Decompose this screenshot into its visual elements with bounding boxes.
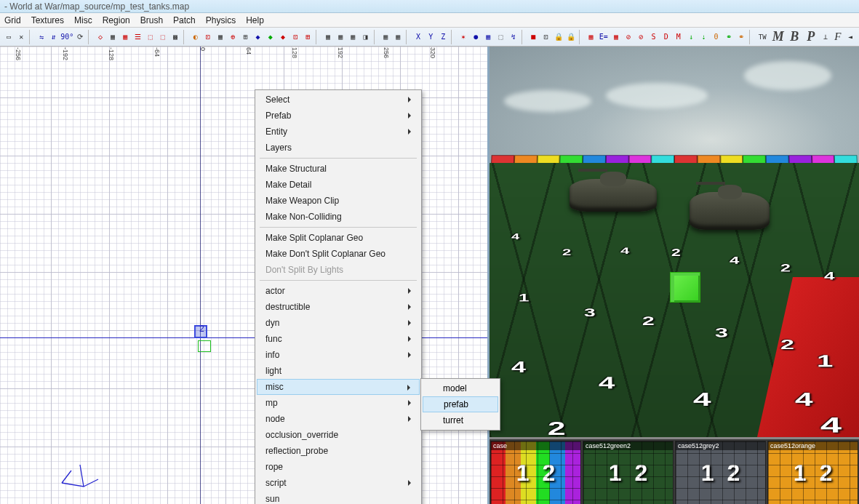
tool-icon[interactable]: ▦: [392, 31, 404, 44]
selection-3d-gizmo[interactable]: [670, 272, 700, 303]
texture-swatch[interactable]: case512grey212: [675, 441, 766, 504]
tool-icon[interactable]: ▦: [347, 31, 359, 44]
letter-d-icon[interactable]: D: [660, 31, 672, 44]
letter-m-icon[interactable]: M: [673, 31, 684, 44]
texture-swatch[interactable]: case12: [490, 441, 581, 504]
menu-item-light[interactable]: light: [257, 363, 420, 379]
menu-item-select[interactable]: Select: [257, 92, 420, 108]
tool-icon[interactable]: ▭: [3, 31, 15, 44]
texture-swatch[interactable]: case512orange12: [767, 441, 858, 504]
menu-help[interactable]: Help: [246, 15, 264, 25]
tool-icon[interactable]: ☰: [132, 31, 143, 44]
axis-x-icon[interactable]: X: [412, 31, 424, 44]
tool-icon[interactable]: ⊡: [202, 31, 214, 44]
menu-item-entity[interactable]: Entity: [257, 124, 420, 140]
tool-icon[interactable]: ⊕: [227, 31, 239, 44]
tool-icon[interactable]: ▦: [482, 31, 494, 44]
menu-region[interactable]: Region: [103, 15, 130, 25]
tool-icon[interactable]: ▦: [610, 31, 622, 44]
tool-icon[interactable]: E=: [598, 31, 610, 44]
f-button[interactable]: F: [832, 31, 844, 44]
tool-icon[interactable]: ▦: [322, 31, 334, 44]
menu-item-make-structural[interactable]: Make Structural: [257, 161, 420, 177]
tool-icon[interactable]: 🔒: [553, 31, 564, 44]
letter-s-icon[interactable]: S: [647, 31, 659, 44]
cycle-layer-icon[interactable]: ⟳: [74, 31, 86, 44]
b-button[interactable]: B: [787, 31, 803, 44]
menu-item-rope[interactable]: rope: [257, 459, 420, 475]
arrow-down-icon[interactable]: ⇣: [698, 31, 709, 44]
tool-icon[interactable]: ⊥: [820, 31, 831, 44]
tool-icon[interactable]: ◐: [190, 31, 201, 44]
menu-brush[interactable]: Brush: [140, 15, 163, 25]
menu-item-layers[interactable]: Layers: [257, 140, 420, 156]
zero-icon[interactable]: 0: [710, 31, 722, 44]
context-menu[interactable]: SelectPrefabEntityLayersMake StructuralM…: [255, 89, 422, 504]
tw-button[interactable]: TW: [755, 31, 770, 44]
submenu-item-prefab[interactable]: prefab: [423, 396, 498, 412]
menu-item-make-split-coplanar-geo[interactable]: Make Split Coplanar Geo: [257, 230, 420, 246]
menu-patch[interactable]: Patch: [173, 15, 196, 25]
tool-icon[interactable]: ◆: [252, 31, 264, 44]
menu-item-func[interactable]: func: [257, 331, 420, 347]
tool-icon[interactable]: ▩: [169, 31, 181, 44]
people-icon[interactable]: ⚭: [735, 31, 747, 44]
menu-grid[interactable]: Grid: [4, 15, 21, 25]
tool-icon[interactable]: ⊘: [623, 31, 634, 44]
texture-swatch[interactable]: case512green212: [583, 441, 674, 504]
tool-icon[interactable]: ▦: [380, 31, 391, 44]
tool-icon[interactable]: ⬚: [495, 31, 506, 44]
flip-y-icon[interactable]: ⇵: [48, 31, 60, 44]
flip-x-icon[interactable]: ⇋: [36, 31, 47, 44]
m-button[interactable]: M: [770, 31, 786, 44]
menu-item-make-non-colliding[interactable]: Make Non-Colliding: [257, 209, 420, 225]
tool-icon[interactable]: ◆: [265, 31, 276, 44]
tool-icon[interactable]: ⊡: [540, 31, 551, 44]
tool-icon[interactable]: ✶: [458, 31, 469, 44]
menu-item-mp[interactable]: mp: [257, 395, 420, 411]
menu-item-destructible[interactable]: destructible: [257, 299, 420, 315]
menu-item-misc[interactable]: misc: [257, 379, 420, 395]
tool-icon[interactable]: ⊡: [289, 31, 301, 44]
people-icon[interactable]: ⚭: [723, 31, 735, 44]
tool-icon[interactable]: ◆: [277, 31, 289, 44]
preview-3d-view[interactable]: 1212121212121212 4 2 4 2 4 2 4 1 3 2 3 2…: [490, 47, 859, 437]
menu-misc[interactable]: Misc: [74, 15, 92, 25]
menu-textures[interactable]: Textures: [31, 15, 64, 25]
tool-icon[interactable]: ↯: [508, 31, 519, 44]
tool-icon[interactable]: ●: [470, 31, 482, 44]
menu-item-make-weapon-clip[interactable]: Make Weapon Clip: [257, 193, 420, 209]
tool-icon[interactable]: ◨: [359, 31, 371, 44]
rotate-90-icon[interactable]: 90°: [60, 31, 73, 44]
tool-icon[interactable]: ✕: [15, 31, 27, 44]
axis-y-icon[interactable]: Y: [425, 31, 436, 44]
tool-icon[interactable]: ▦: [215, 31, 226, 44]
tool-icon[interactable]: ⊞: [239, 31, 251, 44]
axis-z-icon[interactable]: Z: [437, 31, 449, 44]
tool-icon[interactable]: ◇: [95, 31, 106, 44]
menu-item-prefab[interactable]: Prefab: [257, 108, 420, 124]
menu-item-info[interactable]: info: [257, 347, 420, 363]
context-submenu[interactable]: modelprefabturret: [420, 378, 500, 431]
tool-icon[interactable]: ▦: [107, 31, 119, 44]
menu-item-actor[interactable]: actor: [257, 283, 420, 299]
menu-item-sun[interactable]: sun: [257, 491, 420, 504]
tool-icon[interactable]: ⬚: [157, 31, 169, 44]
menu-item-make-don-t-split-coplanar-geo[interactable]: Make Don't Split Coplanar Geo: [257, 246, 420, 262]
triangle-icon[interactable]: ◄: [844, 31, 856, 44]
menu-item-occlusion-override[interactable]: occlusion_override: [257, 427, 420, 443]
p-button[interactable]: P: [803, 31, 819, 44]
arrow-down-icon[interactable]: ↓: [685, 31, 697, 44]
tool-icon[interactable]: ▦: [585, 31, 596, 44]
tool-icon[interactable]: ■: [527, 31, 539, 44]
menu-item-dyn[interactable]: dyn: [257, 315, 420, 331]
menu-item-reflection-probe[interactable]: reflection_probe: [257, 443, 420, 459]
tool-icon[interactable]: 🔒: [565, 31, 577, 44]
menu-item-node[interactable]: node: [257, 411, 420, 427]
submenu-item-turret[interactable]: turret: [423, 412, 498, 428]
tool-icon[interactable]: ⬚: [145, 31, 156, 44]
tool-icon[interactable]: ⊞: [302, 31, 313, 44]
menu-physics[interactable]: Physics: [206, 15, 236, 25]
tool-icon[interactable]: ⊘: [635, 31, 647, 44]
menu-item-script[interactable]: script: [257, 475, 420, 491]
